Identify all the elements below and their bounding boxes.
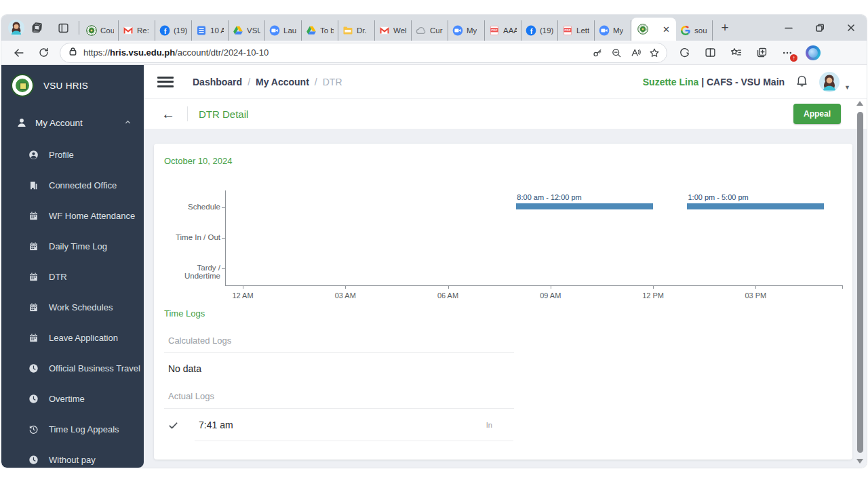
favorites-list-icon[interactable] (723, 43, 749, 63)
pdf-icon: PDF (562, 25, 573, 36)
password-key-icon[interactable] (588, 44, 607, 62)
browser-tab-active[interactable]: ✕ (631, 18, 676, 41)
chart-x-tick (243, 285, 243, 289)
breadcrumb-item[interactable]: Dashboard (193, 77, 242, 87)
dtr-card: October 10, 2024 ScheduleTime In / OutTa… (154, 144, 852, 460)
tab-label: VSU (247, 26, 260, 35)
back-icon[interactable] (7, 43, 31, 63)
sidebar-item-leave-application[interactable]: Leave Application (1, 323, 144, 353)
zoom-icon (269, 25, 280, 36)
browser-tab[interactable]: sou (676, 20, 713, 41)
scrollbar-thumb[interactable] (857, 112, 863, 453)
breadcrumb-item: DTR (323, 77, 342, 87)
browser-tab[interactable]: My (595, 20, 631, 41)
new-tab-button[interactable]: + (715, 18, 734, 37)
calendar-icon (28, 272, 39, 282)
browser-tab[interactable]: Re: (119, 20, 155, 41)
breadcrumb-item[interactable]: My Account (256, 77, 309, 87)
workspaces-icon[interactable] (24, 16, 50, 39)
hamburger-menu-icon[interactable] (157, 75, 174, 89)
browser-tab[interactable]: f(19) (521, 20, 558, 41)
chart-category-tick (222, 238, 225, 239)
chart-x-tick-label: 06 AM (429, 291, 467, 300)
favorite-star-icon[interactable] (645, 44, 664, 62)
close-window-icon[interactable] (835, 15, 867, 41)
sidebar-account-label: My Account (35, 118, 83, 128)
tab-label: Dr. (357, 26, 367, 35)
person-circle-icon (28, 150, 39, 160)
avatar-caret-icon[interactable]: ▼ (844, 84, 850, 91)
tabbar-divider (79, 21, 79, 35)
sidebar-item-work-schedules[interactable]: Work Schedules (1, 292, 144, 323)
schedule-bar-label: 1:00 pm - 5:00 pm (688, 193, 748, 201)
browser-profile-avatar[interactable] (8, 20, 24, 36)
appeal-button[interactable]: Appeal (793, 104, 841, 124)
sidebar-item-profile[interactable]: Profile (1, 140, 144, 170)
sidebar-item-daily-time-log[interactable]: Daily Time Log (1, 231, 144, 262)
browser-tab[interactable]: Lau (265, 20, 302, 41)
chart-category-label: Schedule (164, 203, 220, 211)
schedule-bar (687, 203, 824, 209)
tab-label: (19) (540, 26, 553, 35)
vsu-seal-icon (637, 24, 648, 35)
browser-tab[interactable]: To b (302, 20, 338, 41)
address-bar[interactable]: https://hris.vsu.edu.ph/account/dtr/2024… (60, 43, 667, 63)
log-group-header: Calculated Logs (164, 336, 514, 353)
sidebar-item-wf-home-attendance[interactable]: WF Home Attendance (1, 201, 144, 231)
sidebar-item-without-pay[interactable]: Without pay (1, 445, 144, 468)
brand: VSU HRIS (1, 65, 144, 106)
chart-axis-end-tick (842, 285, 843, 289)
notifications-bell-icon[interactable] (795, 73, 809, 90)
sidebar-item-connected-office[interactable]: Connected Office (1, 170, 144, 201)
settings-more-icon[interactable]: ↑ (774, 43, 800, 63)
sidebar-item-label: Time Log Appeals (49, 424, 119, 434)
split-screen-icon[interactable] (697, 43, 723, 63)
browser-tab-strip: CouRe:f(19)10 AVSULauTo bDr. WelCurMyPDF… (1, 15, 867, 41)
restore-icon[interactable] (804, 15, 835, 41)
sidebar-item-label: Daily Time Log (49, 241, 107, 251)
svg-text:PDF: PDF (492, 28, 498, 32)
chart-x-tick-label: 09 AM (532, 291, 570, 300)
drive-icon (233, 25, 243, 36)
tab-label: 10 A (210, 26, 224, 35)
sidebar-item-my-account[interactable]: My Account (1, 106, 144, 140)
sidebar-item-official-business-travel[interactable]: Official Business Travel (1, 353, 144, 384)
minimize-icon[interactable] (773, 15, 804, 41)
browser-tab[interactable]: f(19) (155, 20, 192, 41)
zoom-out-icon[interactable] (607, 44, 626, 62)
browser-tab[interactable]: 10 A (192, 20, 229, 41)
sidebar-item-overtime[interactable]: Overtime (1, 384, 144, 414)
schedule-bar (516, 203, 653, 209)
browser-tab[interactable]: PDFAAA (485, 20, 521, 41)
browser-tab[interactable]: Dr. (338, 20, 375, 41)
sidebar-item-dtr[interactable]: DTR (1, 262, 144, 292)
log-group-header: Actual Logs (164, 391, 514, 409)
browser-tab[interactable]: VSU (229, 20, 265, 41)
scroll-down-icon[interactable] (856, 459, 863, 464)
browser-essentials-icon[interactable] (671, 43, 697, 63)
browser-tab[interactable]: My (448, 20, 485, 41)
page-back-icon[interactable]: ← (161, 106, 179, 122)
read-aloud-icon[interactable] (626, 44, 645, 62)
clock-icon (28, 455, 39, 465)
scroll-up-icon[interactable] (856, 101, 863, 106)
tab-label: (19) (174, 26, 187, 35)
copilot-icon[interactable] (800, 43, 826, 63)
user-avatar[interactable] (819, 72, 840, 92)
breadcrumb-separator: / (315, 77, 317, 87)
tab-label: Lau (283, 26, 296, 35)
sidebar-item-time-log-appeals[interactable]: Time Log Appeals (1, 414, 144, 445)
tab-layout-icon[interactable] (50, 16, 76, 39)
log-row: 7:41 amIn (164, 415, 514, 435)
browser-tab[interactable]: PDFLett (558, 20, 595, 41)
browser-tab[interactable]: Wel (375, 20, 412, 41)
user-separator: | (701, 77, 704, 87)
collections-icon[interactable] (749, 43, 774, 63)
drive-icon (306, 25, 317, 36)
browser-tab[interactable]: Cou (82, 20, 119, 41)
page-content: October 10, 2024 ScheduleTime In / OutTa… (144, 129, 867, 468)
tab-close-icon[interactable]: ✕ (663, 25, 670, 34)
refresh-icon[interactable] (31, 43, 56, 63)
browser-tab[interactable]: Cur (412, 20, 448, 41)
url-text: https://hris.vsu.edu.ph/account/dtr/2024… (83, 47, 588, 58)
